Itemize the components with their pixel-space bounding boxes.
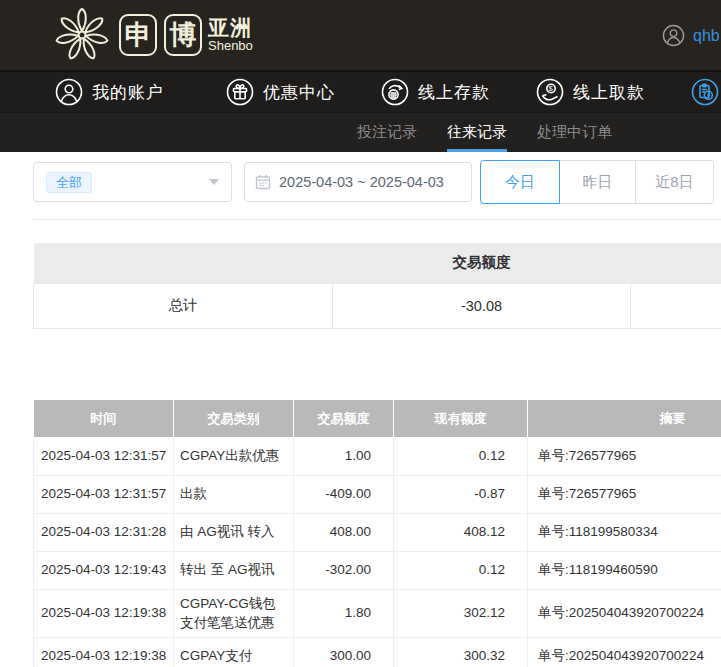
table-cell: -409.00 [294, 475, 394, 513]
table-cell: 2025-04-03 12:31:57 [34, 475, 174, 513]
table-row: 2025-04-03 12:31:57出款-409.00-0.87单号:7265… [34, 475, 721, 513]
brand-header: 申 博 亚洲 Shenbo qhb [0, 0, 721, 70]
category-select[interactable]: 全部 [33, 162, 232, 202]
summary-empty-cell [631, 283, 721, 328]
table-cell: 转出 至 AG视讯 [174, 551, 294, 589]
col-header-time: 时间 [34, 400, 174, 437]
table-cell: 2025-04-03 12:19:38 [34, 589, 174, 637]
username-text: qhb [693, 27, 720, 45]
date-range-value: 2025-04-03 ~ 2025-04-03 [279, 174, 444, 190]
nav-label: 线上取款 [573, 81, 645, 104]
summary-header-amount: 交易额度 [333, 243, 631, 283]
table-cell: 2025-04-03 12:19:38 [34, 637, 174, 667]
logo-latin-text: Shenbo [208, 39, 253, 53]
transactions-header-row: 时间 交易类别 交易额度 现有额度 摘要 [34, 400, 721, 437]
table-cell: 单号:118199460590 [528, 551, 721, 589]
table-cell: -302.00 [294, 551, 394, 589]
col-header-balance: 现有额度 [394, 400, 528, 437]
table-cell: 2025-04-03 12:31:28 [34, 513, 174, 551]
withdraw-icon: $ [536, 78, 564, 106]
svg-text:$: $ [548, 84, 553, 93]
tab-label: 往来记录 [447, 123, 507, 142]
record-tabs: 投注记录 往来记录 处理中订单 [0, 112, 721, 152]
col-header-type: 交易类别 [174, 400, 294, 437]
nav-item-promotions[interactable]: 优惠中心 [226, 78, 335, 106]
logo-char: 申 [125, 22, 152, 49]
logo-region-text: 亚洲 [208, 16, 253, 39]
table-cell: 出款 [174, 475, 294, 513]
nav-item-records[interactable]: 往来记录 [691, 78, 721, 106]
logo-char: 博 [170, 22, 197, 49]
table-row: 2025-04-03 12:31:28由 AG视讯 转入408.00408.12… [34, 513, 721, 551]
category-tag: 全部 [46, 172, 92, 193]
table-cell: 0.12 [394, 437, 528, 475]
table-cell: 1.80 [294, 589, 394, 637]
chevron-down-icon [209, 179, 219, 185]
table-cell: 2025-04-03 12:19:43 [34, 551, 174, 589]
transactions-body: 2025-04-03 12:31:57CGPAY出款优惠1.000.12单号:7… [34, 437, 721, 667]
table-cell: 0.12 [394, 551, 528, 589]
table-cell: 408.12 [394, 513, 528, 551]
quick-date-buttons: 今日 昨日 近8日 [480, 160, 714, 204]
col-header-summary: 摘要 [528, 400, 721, 437]
table-cell: -0.87 [394, 475, 528, 513]
summary-total-label: 总计 [34, 283, 333, 328]
tab-bet-records[interactable]: 投注记录 [357, 113, 417, 152]
last-8-days-button[interactable]: 近8日 [636, 160, 714, 204]
tab-processing-orders[interactable]: 处理中订单 [537, 113, 612, 152]
tab-transaction-records[interactable]: 往来记录 [447, 113, 507, 152]
table-cell: 2025-04-03 12:31:57 [34, 437, 174, 475]
table-cell: 1.00 [294, 437, 394, 475]
nav-label: 我的账户 [92, 81, 164, 104]
summary-total-value: -30.08 [333, 283, 631, 328]
table-row: 2025-04-03 12:19:43转出 至 AG视讯-302.000.12单… [34, 551, 721, 589]
main-nav: 我的账户 优惠中心 线上存款 [0, 70, 721, 112]
transactions-table: 时间 交易类别 交易额度 现有额度 摘要 2025-04-03 12:31:57… [33, 400, 721, 667]
yesterday-button[interactable]: 昨日 [560, 160, 636, 204]
page: 申 博 亚洲 Shenbo qhb 我的账户 [0, 0, 721, 667]
nav-item-withdraw[interactable]: $ 线上取款 [536, 78, 645, 106]
table-row: 2025-04-03 12:31:57CGPAY出款优惠1.000.12单号:7… [34, 437, 721, 475]
active-tab-underline [447, 149, 507, 152]
nav-item-deposit[interactable]: 线上存款 [381, 78, 490, 106]
today-button[interactable]: 今日 [480, 160, 560, 204]
summary-header-row: 交易额度 [34, 243, 721, 283]
logo-wordmark: 亚洲 Shenbo [208, 16, 253, 53]
summary-header-empty [631, 243, 721, 283]
deposit-icon [381, 78, 409, 106]
nav-label: 优惠中心 [263, 81, 335, 104]
nav-item-my-account[interactable]: 我的账户 [55, 78, 164, 106]
logo-char-box: 博 [164, 14, 202, 56]
summary-total-row: 总计 -30.08 [34, 283, 721, 328]
account-icon [55, 78, 83, 106]
table-cell: CGPAY-CG钱包支付笔笔送优惠 [174, 589, 294, 637]
table-cell: 408.00 [294, 513, 394, 551]
table-row: 2025-04-03 12:19:38CGPAY-CG钱包支付笔笔送优惠1.80… [34, 589, 721, 637]
brand-logo[interactable]: 申 博 亚洲 Shenbo [52, 6, 253, 64]
table-cell: CGPAY出款优惠 [174, 437, 294, 475]
table-cell: 由 AG视讯 转入 [174, 513, 294, 551]
section-divider [33, 219, 721, 220]
table-cell: 302.12 [394, 589, 528, 637]
calendar-icon [255, 174, 271, 190]
summary-table: 交易额度 总计 -30.08 [33, 243, 721, 329]
table-cell: 300.32 [394, 637, 528, 667]
user-avatar-icon [662, 24, 685, 47]
date-range-picker[interactable]: 2025-04-03 ~ 2025-04-03 [244, 162, 472, 202]
table-cell: 单号:202504043920700224 [528, 589, 721, 637]
logo-char-box: 申 [119, 14, 157, 56]
table-cell: 单号:118199580334 [528, 513, 721, 551]
table-cell: 单号:202504043920700224 [528, 637, 721, 667]
summary-header-empty [34, 243, 333, 283]
nav-label: 线上存款 [418, 81, 490, 104]
user-account[interactable]: qhb [662, 24, 720, 47]
table-cell: 单号:726577965 [528, 437, 721, 475]
lotus-logo-icon [52, 6, 112, 64]
tab-label: 投注记录 [357, 123, 417, 142]
table-cell: CGPAY支付 [174, 637, 294, 667]
table-row: 2025-04-03 12:19:38CGPAY支付300.00300.32单号… [34, 637, 721, 667]
table-cell: 单号:726577965 [528, 475, 721, 513]
tab-label: 处理中订单 [537, 123, 612, 142]
table-cell: 300.00 [294, 637, 394, 667]
records-icon [691, 78, 719, 106]
